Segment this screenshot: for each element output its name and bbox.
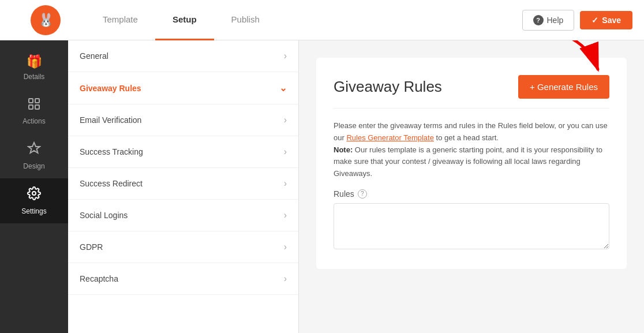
svg-point-4 (32, 192, 36, 195)
menu-item-success-redirect[interactable]: Success Redirect › (68, 168, 298, 200)
help-circle-icon: ? (533, 15, 544, 25)
svg-rect-1 (35, 99, 39, 103)
sidebar-item-settings[interactable]: Settings (0, 178, 68, 223)
chevron-right-icon: › (284, 242, 287, 252)
card-description: Please enter the giveaway terms and rule… (334, 120, 609, 180)
gift-icon: 🎁 (27, 54, 42, 69)
rules-generator-link[interactable]: Rules Generator Template (346, 133, 434, 142)
rules-textarea[interactable] (334, 203, 609, 249)
generate-rules-button[interactable]: + Generate Rules (518, 75, 609, 99)
settings-gear-icon (27, 186, 41, 204)
menu-item-recaptcha[interactable]: Recaptcha › (68, 263, 298, 295)
nav-tabs: Template Setup Publish (80, 0, 522, 40)
chevron-right-icon: › (284, 115, 287, 125)
menu-item-social-logins[interactable]: Social Logins › (68, 200, 298, 231)
sidebar-item-actions[interactable]: Actions (0, 89, 68, 133)
top-nav: 🐰 Template Setup Publish ? Help ✓ Save (0, 0, 644, 40)
card-title: Giveaway Rules (334, 78, 442, 96)
sidebar: 🎁 Details Actions Design (0, 40, 68, 333)
tab-template[interactable]: Template (85, 0, 155, 40)
logo-icon: 🐰 (31, 5, 61, 35)
rules-help-icon[interactable]: ? (358, 189, 367, 199)
note-label: Note: (334, 145, 353, 154)
help-button[interactable]: ? Help (522, 10, 575, 31)
tab-setup[interactable]: Setup (155, 0, 214, 40)
right-panel: Giveaway Rules + Generate Rules Please e… (299, 40, 644, 333)
menu-item-email-verification[interactable]: Email Verification › (68, 104, 298, 136)
sidebar-item-design[interactable]: Design (0, 133, 68, 178)
main-layout: 🎁 Details Actions Design (0, 40, 644, 333)
nav-right-actions: ? Help ✓ Save (522, 10, 633, 31)
chevron-right-icon: › (284, 210, 287, 220)
middle-panel: General › Giveaway Rules ⌄ Email Verific… (68, 40, 299, 333)
card-header: Giveaway Rules + Generate Rules (334, 75, 609, 108)
content-card: Giveaway Rules + Generate Rules Please e… (316, 58, 627, 269)
menu-item-general[interactable]: General › (68, 40, 298, 72)
sidebar-item-details[interactable]: 🎁 Details (0, 46, 68, 89)
menu-item-giveaway-rules[interactable]: Giveaway Rules ⌄ (68, 72, 298, 104)
logo-area: 🐰 (12, 5, 80, 35)
rules-label-row: Rules ? (334, 189, 609, 199)
svg-rect-3 (35, 105, 39, 109)
arrow-generate-rules (517, 40, 609, 78)
chevron-right-icon: › (284, 178, 287, 189)
menu-item-gdpr[interactable]: GDPR › (68, 231, 298, 263)
chevron-right-icon: › (284, 147, 287, 157)
tab-publish[interactable]: Publish (214, 0, 277, 40)
menu-item-success-tracking[interactable]: Success Tracking › (68, 136, 298, 168)
svg-rect-0 (29, 99, 33, 103)
actions-icon (27, 97, 41, 114)
chevron-right-icon: › (284, 274, 287, 284)
chevron-down-icon: ⌄ (279, 83, 287, 93)
checkmark-icon: ✓ (591, 16, 598, 25)
design-icon (27, 141, 41, 159)
save-button[interactable]: ✓ Save (580, 11, 632, 29)
chevron-right-icon: › (284, 51, 287, 61)
svg-rect-2 (29, 105, 33, 109)
